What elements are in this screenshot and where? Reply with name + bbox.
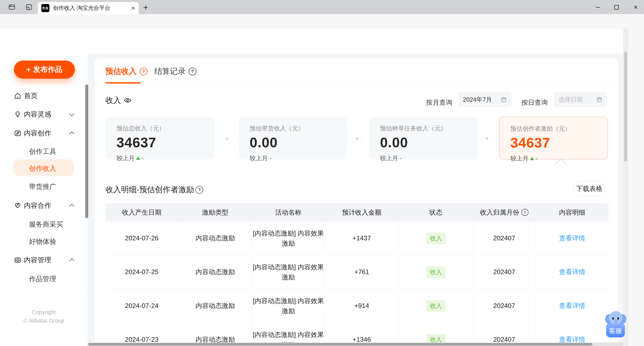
window-minimize-button[interactable]	[594, 4, 602, 11]
income-section-title: 收入	[105, 95, 132, 106]
sidebar-scrollbar[interactable]	[85, 84, 88, 218]
column-divider	[536, 221, 536, 346]
month-query-label: 按月查询	[426, 98, 452, 107]
customer-service-label: 客服	[606, 323, 625, 337]
window-close-button[interactable]: ×	[632, 4, 639, 11]
detail-section-title: 收入明细-预估创作者激励 ?	[105, 184, 203, 195]
publish-work-button[interactable]: + 发布作品	[14, 61, 75, 79]
tab-estimated-income[interactable]: 预估收入 ?	[105, 66, 148, 77]
card-seeding-task-income[interactable]: 预估种草任务收入（元） 0.00 较上月-	[369, 117, 478, 159]
equals-operator: =	[221, 132, 233, 145]
day-query-label: 按日查询	[521, 98, 548, 107]
heart-hands-icon	[14, 202, 21, 209]
customer-service-float-button[interactable]: 客服	[606, 311, 626, 337]
sidebar-item-creation-tools[interactable]: 创作工具	[0, 145, 87, 158]
page-vertical-scrollbar-thumb[interactable]	[624, 52, 627, 161]
view-details-link[interactable]: 查看详情	[559, 302, 585, 309]
column-divider	[252, 221, 252, 346]
site-favicon: 光合	[41, 4, 49, 12]
table-header-row: 收入产生日期 激励类型 活动名称 预计收入金额 状态 收入归属月份? 内容明细	[105, 203, 609, 221]
sidebar-item-content-management[interactable]: 内容管理	[0, 253, 87, 267]
column-divider	[178, 221, 179, 346]
home-icon	[14, 92, 21, 100]
tab-actions-icon[interactable]	[8, 3, 16, 11]
sidebar-item-creation[interactable]: 内容创作	[0, 127, 87, 140]
copyright-line: Copyright	[0, 309, 87, 315]
active-tab[interactable]: 光合 创作收入·淘宝光合平台 ×	[38, 2, 139, 14]
tab-title: 创作收入·淘宝光合平台	[53, 4, 129, 12]
new-tab-button[interactable]: +	[143, 3, 148, 12]
view-details-link[interactable]: 查看详情	[559, 234, 585, 242]
table-row: 2024-07-24 内容动态激励 [内容动态激励] 内容效果激励 +914 收…	[105, 289, 609, 323]
sidebar-divider	[0, 289, 87, 290]
plus-operator: +	[481, 132, 493, 145]
eye-icon[interactable]	[124, 96, 132, 104]
up-triangle-icon	[530, 157, 534, 160]
day-picker-input[interactable]: 选择日期	[554, 92, 607, 107]
calendar-icon	[501, 96, 507, 103]
chevron-up-icon	[69, 204, 74, 209]
sidebar-item-works-management[interactable]: 作品管理	[0, 272, 87, 285]
sidebar-item-product-trial[interactable]: 好物体验	[0, 235, 87, 248]
help-icon[interactable]: ?	[195, 186, 203, 194]
chevron-up-icon	[69, 258, 74, 263]
browser-toolbar: https://creator.guanghe.taobao.com/page/…	[0, 14, 644, 29]
download-table-button[interactable]: 下载表格	[573, 181, 605, 196]
sidebar-item-inspiration[interactable]: 内容灵感	[0, 108, 87, 121]
column-divider	[325, 221, 325, 346]
card-sales-income[interactable]: 预估带货收入（元） 0.00 较上月-	[239, 117, 347, 159]
view-details-link[interactable]: 查看详情	[559, 336, 585, 343]
page-horizontal-scrollbar-thumb[interactable]	[88, 343, 593, 345]
site-header: 淘宝·光合平台 消息 创作者服务	[0, 29, 628, 54]
help-icon[interactable]: ?	[140, 68, 148, 75]
tabs-divider	[95, 83, 618, 84]
sidebar-item-service-purchase[interactable]: 服务商采买	[0, 218, 87, 231]
tab-settlement-record[interactable]: 结算记录 ?	[154, 66, 196, 77]
sidebar-item-cooperation[interactable]: 内容合作	[0, 199, 87, 212]
bulb-icon	[14, 110, 21, 118]
window-maximize-button[interactable]	[613, 4, 620, 11]
status-badge: 收入	[426, 233, 446, 244]
sidebar-item-home[interactable]: 首页	[0, 89, 87, 102]
card-creator-incentive[interactable]: 预估创作者激励（元） 34637 较上月-	[499, 117, 608, 159]
compose-icon	[14, 129, 21, 137]
income-detail-table: 收入产生日期 激励类型 活动名称 预计收入金额 状态 收入归属月份? 内容明细 …	[105, 203, 609, 346]
sidebar-item-creation-income[interactable]: 创作收入	[0, 162, 87, 175]
status-badge: 收入	[426, 300, 446, 312]
up-triangle-icon	[136, 157, 140, 160]
help-icon[interactable]: ?	[189, 68, 196, 75]
table-row: 2024-07-26 内容动态激励 [内容动态激励] 内容效果激励 +1437 …	[105, 221, 609, 255]
browser-window: 光合 创作收入·淘宝光合平台 × + × https://creator.gua…	[0, 0, 644, 346]
chevron-down-icon	[69, 111, 74, 116]
card-total-income[interactable]: 预估总收入（元） 34637 较上月-	[105, 117, 214, 159]
main-content-card: 预估收入 ? 结算记录 ? 收入 按月查询 2024年7月 按日查询 选择日期	[95, 58, 618, 346]
plus-icon: +	[26, 66, 31, 74]
archive-icon	[14, 256, 21, 264]
workspaces-icon[interactable]	[25, 3, 33, 11]
copyright-owner: © Alibaba Group	[0, 318, 87, 324]
month-picker-input[interactable]: 2024年7月	[458, 92, 512, 107]
help-icon[interactable]: ?	[521, 209, 529, 216]
status-badge: 收入	[426, 266, 446, 278]
chevron-up-icon	[69, 131, 74, 136]
sidebar-item-promotion[interactable]: 带货推广	[0, 180, 87, 193]
column-divider	[399, 221, 399, 346]
plus-operator: +	[351, 132, 363, 145]
view-details-link[interactable]: 查看详情	[559, 268, 585, 276]
left-sidebar: + 发布作品 首页 内容灵感 内容创作 创作工具	[0, 54, 87, 346]
browser-tab-bar: 光合 创作收入·淘宝光合平台 × + ×	[0, 0, 644, 14]
table-row: 2024-07-25 内容动态激励 [内容动态激励] 内容效果激励 +761 收…	[105, 255, 609, 289]
calendar-icon	[596, 96, 603, 103]
edge-sidebar-rail: + ✂	[628, 29, 644, 346]
column-divider	[473, 221, 473, 346]
tab-close-icon[interactable]: ×	[131, 4, 135, 12]
